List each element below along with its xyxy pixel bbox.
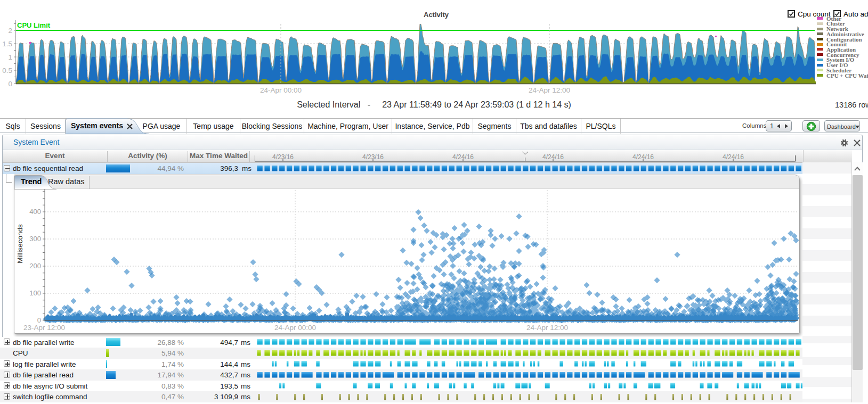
- svg-text:24-Apr 00:00: 24-Apr 00:00: [260, 86, 302, 94]
- svg-text:200: 200: [29, 262, 41, 270]
- svg-text:300: 300: [29, 235, 41, 243]
- svg-text:1.5: 1.5: [2, 40, 12, 48]
- svg-text:0: 0: [37, 316, 41, 324]
- svg-text:24-Apr 00:00: 24-Apr 00:00: [274, 324, 316, 332]
- svg-text:100: 100: [29, 289, 41, 297]
- svg-text:0: 0: [8, 80, 12, 88]
- svg-text:0.5: 0.5: [2, 67, 12, 75]
- svg-text:CPU Limit: CPU Limit: [17, 21, 51, 29]
- svg-text:23-Apr 12:00: 23-Apr 12:00: [23, 324, 65, 332]
- svg-text:400: 400: [29, 208, 41, 216]
- svg-text:Milliseconds: Milliseconds: [16, 224, 24, 263]
- svg-text:24-Apr 12:00: 24-Apr 12:00: [526, 324, 568, 332]
- svg-text:1: 1: [8, 53, 12, 61]
- svg-text:24-Apr 12:00: 24-Apr 12:00: [529, 86, 570, 94]
- svg-text:2: 2: [8, 27, 12, 35]
